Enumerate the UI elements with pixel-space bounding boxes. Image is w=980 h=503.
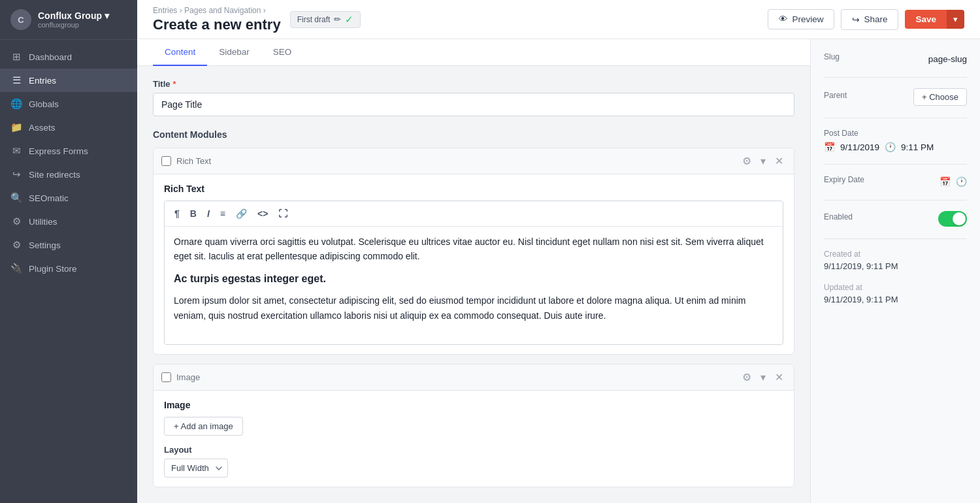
topbar-left: Entries › Pages and Navigation › Create …	[153, 6, 361, 33]
save-button[interactable]: Save	[905, 10, 947, 29]
title-input[interactable]	[153, 93, 794, 116]
draft-badge[interactable]: First draft ✏ ✓	[290, 11, 361, 28]
sidebar-item-label: Dashboard	[29, 52, 72, 62]
layout-select[interactable]: Full Width Left Right Center	[164, 459, 228, 478]
sidebar-item-settings[interactable]: ⚙ Settings	[0, 233, 137, 257]
expiry-row: Expiry Date 📅 🕐	[824, 175, 967, 188]
rte-italic-button[interactable]: I	[203, 205, 214, 222]
rich-text-editor: ¶ B I ≡ 🔗 <> ⛶ Ornare quam viverra orci	[164, 201, 783, 345]
tab-seo[interactable]: SEO	[261, 39, 304, 66]
required-indicator: *	[173, 79, 176, 89]
sidebar-nav: ⊞ Dashboard ☰ Entries 🌐 Globals 📁 Assets…	[0, 40, 137, 503]
expiry-date-label: Expiry Date	[824, 175, 864, 184]
rte-list-button[interactable]: ≡	[216, 205, 230, 222]
sidebar-item-express-forms[interactable]: ✉ Express Forms	[0, 139, 137, 163]
updated-at-field: Updated at 9/11/2019, 9:11 PM	[824, 283, 967, 304]
title-field: Title *	[153, 79, 794, 116]
save-group: Save ▾	[905, 10, 964, 29]
sidebar-item-label: Express Forms	[29, 146, 88, 156]
sidebar-item-globals[interactable]: 🌐 Globals	[0, 92, 137, 116]
parent-field: Parent + Choose	[824, 88, 967, 106]
sidebar-item-assets[interactable]: 📁 Assets	[0, 116, 137, 139]
slug-value: page-slug	[928, 54, 967, 64]
add-module-bar: + Rich Text Image HTML Markdown Text	[153, 496, 794, 503]
expiry-calendar-icon[interactable]: 📅	[939, 176, 951, 187]
rte-paragraph-2: Lorem ipsum dolor sit amet, consectetur …	[174, 293, 774, 323]
clock-icon[interactable]: 🕐	[885, 142, 896, 152]
topbar-actions: 👁 Preview ↪ Share Save ▾	[768, 9, 964, 30]
sidebar-header: C Conflux Group ▾ confluxgroup	[0, 0, 137, 40]
divider-2	[824, 118, 967, 118]
slug-label: Slug	[824, 52, 840, 61]
sidebar-item-label: Utilities	[29, 217, 57, 227]
sidebar-item-label: Settings	[29, 240, 61, 250]
parent-row: Parent + Choose	[824, 88, 967, 106]
rte-expand-button[interactable]: ⛶	[274, 205, 292, 222]
dashboard-icon: ⊞	[10, 51, 22, 63]
rich-text-move-button[interactable]: ✕	[772, 154, 786, 169]
breadcrumb-sep2: ›	[263, 6, 266, 15]
sidebar-item-label: Plugin Store	[29, 264, 77, 274]
right-panel: Slug page-slug Parent + Choose Post Date…	[810, 39, 980, 503]
sidebar-item-site-redirects[interactable]: ↪ Site redirects	[0, 163, 137, 186]
rte-code-button[interactable]: <>	[253, 205, 272, 222]
form-content: Title * Content Modules Rich Text	[137, 66, 810, 503]
enabled-toggle[interactable]	[938, 211, 967, 227]
sidebar-item-seomatic[interactable]: 🔍 SEOmatic	[0, 186, 137, 210]
rich-text-header-actions: ⚙ ▾ ✕	[740, 154, 786, 169]
enabled-label: Enabled	[824, 212, 853, 221]
check-icon: ✓	[345, 14, 353, 25]
content-main: Title * Content Modules Rich Text	[137, 66, 810, 503]
rich-text-chevron-button[interactable]: ▾	[758, 154, 768, 169]
sidebar-item-label: SEOmatic	[29, 193, 69, 203]
sidebar-brand: Conflux Group ▾ confluxgroup	[38, 10, 127, 29]
image-checkbox[interactable]	[161, 372, 171, 382]
settings-icon: ⚙	[10, 239, 22, 251]
brand-name[interactable]: Conflux Group ▾	[38, 10, 127, 21]
image-module: Image ⚙ ▾ ✕ Image + Add an image Layo	[153, 364, 794, 487]
save-split-button[interactable]: ▾	[947, 10, 964, 29]
preview-icon: 👁	[779, 14, 788, 24]
rich-text-module: Rich Text ⚙ ▾ ✕ Rich Text ¶	[153, 148, 794, 355]
expiry-clock-icon[interactable]: 🕐	[956, 176, 967, 187]
divider-3	[824, 164, 967, 165]
utilities-icon: ⚙	[10, 216, 22, 227]
rte-link-button[interactable]: 🔗	[231, 205, 252, 222]
calendar-icon[interactable]: 📅	[824, 142, 835, 152]
share-button[interactable]: ↪ Share	[841, 9, 898, 30]
image-move-button[interactable]: ✕	[772, 370, 786, 385]
express-forms-icon: ✉	[10, 145, 22, 157]
rich-text-checkbox[interactable]	[161, 156, 171, 166]
breadcrumb-pages[interactable]: Pages and Navigation	[184, 6, 261, 15]
divider-1	[824, 77, 967, 78]
image-settings-button[interactable]: ⚙	[740, 370, 754, 385]
preview-button[interactable]: 👁 Preview	[768, 9, 834, 29]
title-label: Title *	[153, 79, 794, 89]
chevron-down-icon: ▾	[105, 10, 109, 21]
site-redirects-icon: ↪	[10, 169, 22, 180]
tab-sidebar[interactable]: Sidebar	[207, 39, 261, 66]
rte-paragraph-button[interactable]: ¶	[170, 205, 184, 222]
breadcrumb-entries[interactable]: Entries	[153, 6, 177, 15]
sidebar: C Conflux Group ▾ confluxgroup ⊞ Dashboa…	[0, 0, 137, 503]
rte-bold-heading: Ac turpis egestas integer eget.	[174, 270, 774, 287]
topbar: Entries › Pages and Navigation › Create …	[137, 0, 980, 39]
rich-text-settings-button[interactable]: ⚙	[740, 154, 754, 169]
post-date-label: Post Date	[824, 129, 967, 138]
rich-text-module-body: Rich Text ¶ B I ≡ 🔗 <> ⛶	[154, 174, 794, 354]
rte-paragraph-1: Ornare quam viverra orci sagittis eu vol…	[174, 235, 774, 264]
sidebar-item-utilities[interactable]: ⚙ Utilities	[0, 210, 137, 233]
rte-bold-button[interactable]: B	[186, 205, 201, 222]
sidebar-item-plugin-store[interactable]: 🔌 Plugin Store	[0, 257, 137, 280]
image-chevron-button[interactable]: ▾	[758, 370, 768, 385]
tab-content[interactable]: Content	[153, 39, 207, 66]
sidebar-item-entries[interactable]: ☰ Entries	[0, 69, 137, 92]
add-image-button[interactable]: + Add an image	[164, 417, 243, 436]
choose-parent-button[interactable]: + Choose	[913, 88, 967, 106]
rte-editor-body[interactable]: Ornare quam viverra orci sagittis eu vol…	[165, 227, 783, 344]
image-header-label: Image	[176, 372, 734, 382]
sidebar-item-label: Globals	[29, 99, 59, 109]
sidebar-item-dashboard[interactable]: ⊞ Dashboard	[0, 45, 137, 69]
sidebar-item-label: Entries	[29, 76, 56, 86]
enabled-row: Enabled	[824, 211, 967, 227]
